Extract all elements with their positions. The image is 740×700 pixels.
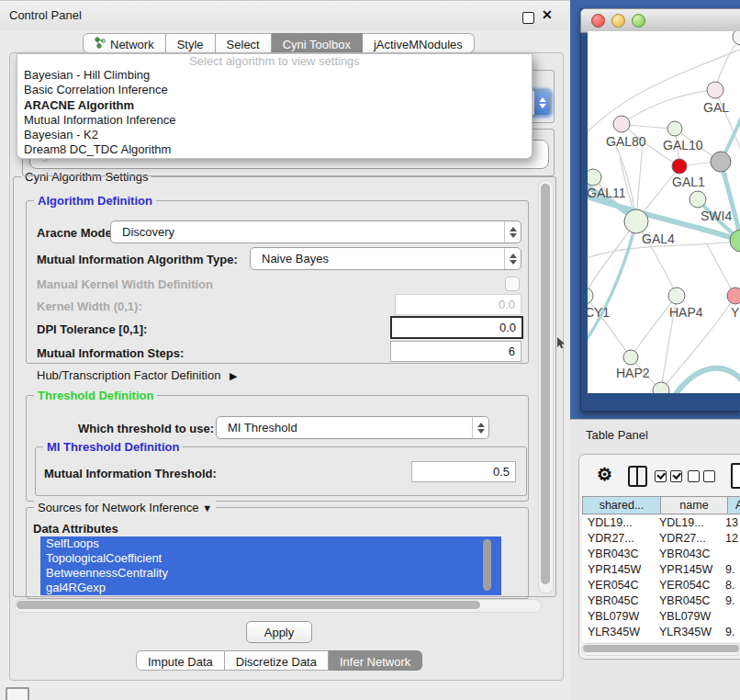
- node-label: GAL4: [642, 231, 675, 246]
- checked-checkbox-icon: [670, 470, 682, 482]
- tab-discretize-data[interactable]: Discretize Data: [225, 650, 329, 671]
- popup-item-basic-correlation[interactable]: Basic Correlation Inference: [17, 83, 532, 97]
- attr-list-scrollbar-thumb[interactable]: [483, 539, 491, 591]
- column-layout-icon[interactable]: [628, 466, 647, 487]
- network-node[interactable]: [727, 288, 740, 304]
- close-panel-icon[interactable]: ✕: [542, 7, 553, 22]
- control-panel-titlebar: [0, 0, 569, 30]
- attr-item-selfloops[interactable]: SelfLoops: [46, 536, 501, 551]
- which-threshold-label: Which threshold to use:: [78, 422, 214, 435]
- mi-steps-field[interactable]: 6: [390, 341, 521, 362]
- tab-select[interactable]: Select: [216, 33, 272, 53]
- table-rows: YDL19...YDL19...13 YDR27...YDR27...12 YB…: [582, 515, 740, 642]
- minimized-panel-icon[interactable]: [6, 687, 29, 700]
- data-attributes-label: Data Attributes: [33, 522, 118, 536]
- deselect-all-columns-button[interactable]: [688, 470, 715, 482]
- network-node[interactable]: [588, 288, 593, 304]
- table-row[interactable]: YBR043CYBR043C: [582, 547, 740, 562]
- cell: YLR345W: [582, 625, 659, 640]
- dpi-tolerance-field[interactable]: 0.0: [390, 316, 523, 339]
- cell: 12: [725, 531, 740, 547]
- table-row[interactable]: YBL079WYBL079W: [582, 609, 740, 625]
- cell: YBL079W: [659, 609, 725, 625]
- network-node[interactable]: [668, 288, 685, 304]
- cell: YDL19...: [582, 515, 659, 531]
- network-canvas[interactable]: GAL GAL80 GAL10 GAL1 GAL11 SWI4 GAL4 GCY…: [588, 31, 740, 393]
- column-header-shared-name[interactable]: shared...: [582, 496, 661, 514]
- select-all-columns-button[interactable]: [655, 470, 682, 482]
- node-label: SWI4: [701, 209, 732, 223]
- column-header-name[interactable]: name: [661, 496, 728, 514]
- network-window-titlebar[interactable]: [580, 8, 740, 33]
- tab-label: Infer Network: [340, 655, 410, 669]
- network-node[interactable]: [672, 159, 687, 174]
- attr-item-gal4rgexp[interactable]: gal4RGexp: [46, 581, 501, 595]
- node-label: GAL1: [672, 175, 705, 189]
- which-threshold-combo[interactable]: MI Threshold: [216, 416, 489, 439]
- tab-network[interactable]: Network: [83, 33, 166, 53]
- table-row[interactable]: YDL19...YDL19...13: [582, 515, 740, 531]
- network-node[interactable]: [733, 31, 740, 45]
- combo-stepper: [504, 221, 521, 243]
- window-zoom-button[interactable]: [632, 14, 645, 28]
- group-title: MI Threshold Definition: [43, 440, 183, 454]
- table-row[interactable]: YPR145WYPR145W9.: [582, 562, 740, 578]
- cell: YBR045C: [659, 593, 725, 609]
- popup-item-bayesian-k2[interactable]: Bayesian - K2: [17, 128, 532, 142]
- mouse-cursor: [556, 337, 566, 352]
- network-node[interactable]: [690, 191, 706, 208]
- table-row[interactable]: YDR27...YDR27...12: [582, 531, 740, 547]
- attr-item-betweennesscentrality[interactable]: BetweennessCentrality: [46, 566, 501, 581]
- network-node[interactable]: [588, 169, 601, 186]
- network-node[interactable]: [711, 152, 731, 172]
- cell: YPR145W: [582, 562, 659, 578]
- window-close-button[interactable]: [591, 14, 605, 28]
- apply-button[interactable]: Apply: [246, 621, 312, 643]
- column-header-partial[interactable]: A: [728, 496, 740, 514]
- tab-label: Discretize Data: [236, 655, 317, 669]
- tab-style[interactable]: Style: [166, 33, 216, 53]
- network-node[interactable]: [623, 350, 638, 365]
- tab-label: Style: [177, 38, 204, 51]
- table-row[interactable]: YIL052CYIL052C9.: [582, 640, 740, 642]
- window-minimize-button[interactable]: [611, 14, 625, 28]
- aracne-mode-combo[interactable]: Discovery: [110, 220, 521, 243]
- tab-jactivemnodules[interactable]: jActiveMNodules: [363, 33, 475, 53]
- popup-item-aracne[interactable]: ARACNE Algorithm: [17, 98, 532, 113]
- settings-vscroll-thumb[interactable]: [541, 184, 550, 584]
- popup-item-mutual-information[interactable]: Mutual Information Inference: [17, 113, 532, 128]
- network-node[interactable]: [707, 82, 723, 98]
- tab-impute-data[interactable]: Impute Data: [136, 650, 225, 671]
- expand-down-icon[interactable]: ▼: [202, 502, 212, 514]
- cell: YER054C: [582, 578, 659, 593]
- tab-cyni-toolbox[interactable]: Cyni Toolbox: [272, 33, 363, 53]
- data-attributes-list[interactable]: SelfLoops TopologicalCoefficient Between…: [40, 536, 501, 595]
- attr-item-topologicalcoefficient[interactable]: TopologicalCoefficient: [46, 551, 501, 566]
- manual-kernel-label: Manual Kernel Width Definition: [37, 277, 213, 291]
- float-window-icon[interactable]: [522, 12, 534, 24]
- settings-hscroll-thumb[interactable]: [17, 601, 480, 609]
- network-node[interactable]: [624, 209, 648, 233]
- table-row[interactable]: YLR345WYLR345W9.: [582, 625, 740, 640]
- table-row[interactable]: YER054CYER054C8.: [582, 578, 740, 593]
- mi-threshold-field[interactable]: 0.5: [411, 461, 516, 482]
- group-title: Sources for Network Inference ▼: [34, 501, 216, 514]
- gear-icon[interactable]: ⚙: [597, 464, 612, 485]
- table-row[interactable]: YBR045CYBR045C9.: [582, 593, 740, 609]
- table-header-row: shared... name A: [582, 496, 740, 514]
- network-node[interactable]: [613, 116, 630, 132]
- mi-steps-label: Mutual Information Steps:: [37, 346, 184, 360]
- table-hscroll-thumb[interactable]: [583, 645, 739, 652]
- hub-definition-toggle[interactable]: Hub/Transcription Factor Definition ▶: [37, 368, 237, 382]
- cell: 9.: [725, 562, 740, 578]
- mi-type-label: Mutual Information Algorithm Type:: [37, 253, 238, 266]
- kernel-width-label: Kernel Width (0,1):: [37, 299, 142, 313]
- mi-type-combo[interactable]: Naive Bayes: [250, 247, 521, 270]
- node-label: GAL: [703, 100, 729, 115]
- popup-item-bayesian-hill-climbing[interactable]: Bayesian - Hill Climbing: [17, 68, 532, 83]
- network-node[interactable]: [667, 121, 682, 136]
- function-builder-icon[interactable]: [731, 463, 740, 489]
- popup-item-dream8[interactable]: Dream8 DC_TDC Algorithm: [17, 142, 532, 157]
- tab-infer-network[interactable]: Infer Network: [329, 650, 422, 671]
- combo-value: Naive Bayes: [251, 252, 504, 265]
